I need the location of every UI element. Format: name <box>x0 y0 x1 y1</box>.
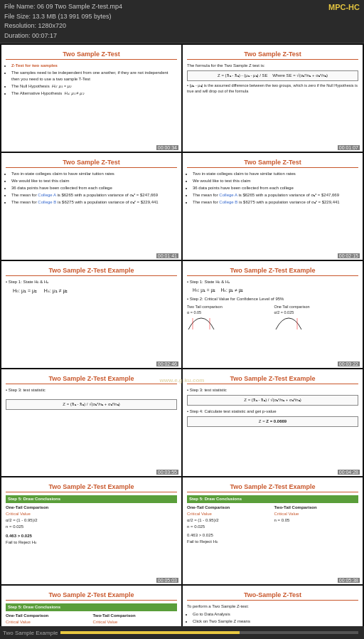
frame-8-timestamp: 00:04:28 <box>338 470 360 475</box>
frame-9-title: Two Sample Z-Test Example <box>6 483 177 492</box>
frame-10-title: Two Sample Z-Test Example <box>187 483 358 492</box>
resolution: Resolution: 1280x720 <box>4 21 360 31</box>
progress-bar[interactable] <box>60 631 358 634</box>
frame-10: Two Sample Z-Test Example Step 5: Draw C… <box>183 477 363 584</box>
frame-3-timestamp: 00:01:41 <box>156 253 178 258</box>
frame-6-content: • Step 1: State H₀ & Hₐ H₀: μ₁ = μ₂ Hₐ: … <box>187 279 358 334</box>
frame-7-content: • Step 3: test statistic Z = (x̄₁ - x̄₂)… <box>6 387 177 411</box>
frame-7-formula: Z = (x̄₁ - x̄₂) / √(σ₁²/n₁ + σ₂²/n₂) <box>6 399 177 410</box>
frame-7-title: Two Sample Z-Test Example <box>6 375 177 384</box>
top-bar: MPC-HC File Name: 06 09 Two Sample Z-tes… <box>0 0 364 43</box>
frame-5: Two Sample Z-Test Example • Step 1: Stat… <box>1 261 181 368</box>
frame-11-title: Two Sample Z-Test Example <box>6 591 177 601</box>
frame-2-title: Two Sample Z-Test <box>187 51 358 60</box>
frame-6: Two Sample Z-Test Example • Step 1: Stat… <box>183 261 363 368</box>
frame-1-content: Z-Test for two samples The samples need … <box>6 63 177 97</box>
frame-9-timestamp: 00:05:03 <box>156 578 178 583</box>
frame-2-formula: Z = (x̄₁ - x̄₂) - (μ₁ - μ₂) / SE Where S… <box>187 70 358 81</box>
frame-2-timestamp: 00:01:07 <box>338 145 360 150</box>
frame-10-step-label: Step 5: Draw Conclusions <box>187 495 358 503</box>
frame-10-timestamp: 00:05:38 <box>338 578 360 583</box>
frame-12-title: Two-Sample Z-Test <box>187 591 358 601</box>
frame-6-title: Two Sample Z-Test Example <box>187 267 358 276</box>
frame-7-timestamp: 00:03:55 <box>156 470 178 475</box>
file-size: File Size: 13.3 MB (13 991 095 bytes) <box>4 12 360 22</box>
frame-9-content: Step 5: Draw Conclusions One-Tail Compar… <box>6 495 177 546</box>
frame-1-title: Two Sample Z-Test <box>6 51 177 60</box>
frame-11-step-label: Step 5: Draw Conclusions <box>6 603 177 611</box>
frame-4-title: Two Sample Z-Test <box>187 159 358 168</box>
frame-10-content: Step 5: Draw Conclusions One-Tail Compar… <box>187 495 358 545</box>
frame-3-content: Two in-state colleges claim to have simi… <box>6 171 177 206</box>
mpc-hc-brand: MPC-HC <box>328 1 360 14</box>
frame-8-z-value: Z = Z = 0.0669 <box>187 416 358 427</box>
frame-6-timestamp: 00:03:22 <box>338 361 360 366</box>
frame-2: Two Sample Z-Test The formula for the Tw… <box>183 45 363 152</box>
frame-4-content: Two in-state colleges claim to have simi… <box>187 171 358 206</box>
frame-4-timestamp: 00:02:15 <box>338 253 360 258</box>
bottom-label: Two Sample Example <box>3 630 58 636</box>
video-grid: Two Sample Z-Test Z-Test for two samples… <box>0 43 364 639</box>
bottom-bar[interactable]: Two Sample Example <box>0 626 364 639</box>
duration: Duration: 00:07:17 <box>4 31 360 41</box>
frame-7: Two Sample Z-Test Example • Step 3: test… <box>1 369 181 476</box>
frame-5-timestamp: 00:02:46 <box>156 361 178 366</box>
frame-9: Two Sample Z-Test Example Step 5: Draw C… <box>1 477 181 584</box>
frame-1-timestamp: 00:00:34 <box>156 145 178 150</box>
frame-3: Two Sample Z-Test Two in-state colleges … <box>1 153 181 260</box>
progress-bar-fill <box>60 631 239 634</box>
bell-curve-two <box>187 317 215 331</box>
frame-2-content: The formula for the Two Sample Z test is… <box>187 63 358 95</box>
frame-8-title: Two Sample Z-Test Example <box>187 375 358 384</box>
file-name: File Name: 06 09 Two Sample Z-test.mp4 <box>4 2 360 12</box>
frame-3-title: Two Sample Z-Test <box>6 159 177 168</box>
frame-5-title: Two Sample Z-Test Example <box>6 267 177 276</box>
frame-1: Two Sample Z-Test Z-Test for two samples… <box>1 45 181 152</box>
bell-curve-one <box>274 317 303 331</box>
frame-8-formula: Z = (x̄₁ - x̄₂) / √(σ₁²/n₁ + σ₂²/n₂) <box>187 395 358 406</box>
frame-8-content: • Step 3: test statistic Z = (x̄₁ - x̄₂)… <box>187 387 358 428</box>
frame-5-content: • Step 1: State H₀ & Hₐ H₀: μ₁ = μ₂ Hₐ: … <box>6 279 177 295</box>
frame-4: Two Sample Z-Test Two in-state colleges … <box>183 153 363 260</box>
frame-8: Two Sample Z-Test Example • Step 3: test… <box>183 369 363 476</box>
frame-9-step-label: Step 5: Draw Conclusions <box>6 495 177 503</box>
